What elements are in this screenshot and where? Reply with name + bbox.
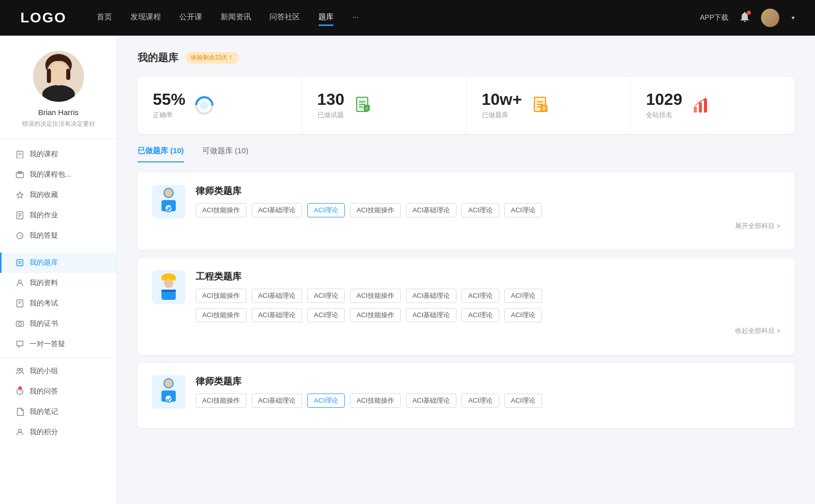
svg-point-63 — [164, 279, 173, 288]
main-content: 我的题库 体验剩余23天！ 55% 正确率 — [117, 36, 815, 504]
tag-lawyer-1-6[interactable]: ACI理论 — [504, 203, 542, 217]
sidebar-label-tutor: 一对一答疑 — [30, 340, 65, 349]
expand-link-lawyer-1[interactable]: 展开全部科目 > — [196, 221, 780, 231]
sidebar-item-qa[interactable]: ? 我的问答 — [0, 381, 117, 402]
stat-accuracy-icon — [194, 95, 215, 116]
tag-lawyer-1-5[interactable]: ACI理论 — [461, 203, 499, 217]
sidebar-label-exam: 我的考试 — [30, 299, 58, 308]
nav-link-qa[interactable]: 问答社区 — [269, 12, 300, 24]
sidebar-profile: Brian Harris 错误的决定比没有决定要好 — [0, 51, 117, 139]
nav-link-home[interactable]: 首页 — [97, 12, 112, 24]
app-download-button[interactable]: APP下载 — [700, 13, 728, 22]
tag-lawyer-1-0[interactable]: ACI技能操作 — [196, 203, 247, 217]
tab-done-banks[interactable]: 已做题库 (10) — [138, 146, 184, 162]
sidebar-label-favorites: 我的收藏 — [30, 190, 58, 200]
bank-card-lawyer-2: 律师类题库 ACI技能操作 ACI基础理论 ACI理论 ACI技能操作 ACI基… — [138, 363, 795, 428]
nav-link-questions[interactable]: 题库 — [318, 12, 334, 24]
sidebar-item-notes[interactable]: 我的笔记 — [0, 402, 117, 422]
course-pack-icon — [15, 170, 24, 179]
nav-links: 首页 发现课程 公开课 新闻资讯 问答社区 题库 ··· — [97, 12, 700, 24]
stat-ranking-value: 1029 — [646, 91, 682, 107]
tag-lawyer-1-4[interactable]: ACI基础理论 — [406, 203, 457, 217]
sidebar-item-question-bank[interactable]: 我的题库 — [0, 253, 117, 273]
tag-eng-1-0[interactable]: ACI技能操作 — [196, 289, 247, 303]
avatar-dropdown-arrow[interactable]: ▾ — [792, 14, 795, 21]
tags-row-lawyer-1: ACI技能操作 ACI基础理论 ACI理论 ACI技能操作 ACI基础理论 AC… — [196, 203, 780, 217]
nav-link-more[interactable]: ··· — [352, 12, 359, 24]
stat-done-tests: 130 已做试题 ✓ — [302, 77, 467, 134]
nav-link-open[interactable]: 公开课 — [179, 12, 202, 24]
stat-accuracy-value: 55% — [153, 91, 185, 107]
tag-lawyer-1-1[interactable]: ACI基础理论 — [252, 203, 303, 217]
tag-eng-1-1[interactable]: ACI基础理论 — [252, 289, 303, 303]
stat-ranking: 1029 全站排名 — [631, 77, 795, 134]
tag-eng-1-5[interactable]: ACI理论 — [461, 289, 499, 303]
collapse-link-engineer[interactable]: 收起全部科目 > — [196, 326, 780, 335]
user-avatar[interactable] — [761, 9, 779, 27]
tab-available-banks[interactable]: 可做题库 (10) — [202, 146, 249, 162]
tag-lawyer-2-2[interactable]: ACI理论 — [307, 394, 345, 408]
top-navigation: LOGO 首页 发现课程 公开课 新闻资讯 问答社区 题库 ··· APP下载 … — [0, 0, 815, 36]
notification-dot — [747, 11, 751, 15]
sidebar-item-certificate[interactable]: 我的证书 — [0, 314, 117, 334]
tag-eng-2-3[interactable]: ACI技能操作 — [350, 308, 401, 322]
stats-row: 55% 正确率 130 已做试题 — [138, 77, 795, 134]
sidebar-item-exam[interactable]: 我的考试 — [0, 293, 117, 314]
tabs-row: 已做题库 (10) 可做题库 (10) — [138, 146, 795, 162]
sidebar-item-points[interactable]: 我的积分 — [0, 422, 117, 442]
sidebar-item-courses[interactable]: 我的课程 — [0, 144, 117, 164]
svg-point-68 — [165, 379, 173, 387]
tag-lawyer-2-1[interactable]: ACI基础理论 — [252, 394, 303, 408]
lawyer-figure-icon-2 — [155, 377, 182, 407]
sidebar-item-favorites[interactable]: 我的收藏 — [0, 185, 117, 205]
engineer-figure-icon — [155, 272, 182, 302]
svg-point-33 — [18, 429, 21, 432]
stat-done-tests-label: 已做试题 — [317, 110, 344, 120]
tag-lawyer-2-3[interactable]: ACI技能操作 — [350, 394, 401, 408]
svg-rect-6 — [47, 69, 51, 83]
svg-marker-13 — [17, 192, 23, 198]
svg-point-29 — [17, 369, 20, 371]
tag-lawyer-2-5[interactable]: ACI理论 — [461, 394, 499, 408]
tag-eng-2-2[interactable]: ACI理论 — [307, 308, 345, 322]
sidebar-item-profile[interactable]: 我的资料 — [0, 273, 117, 293]
tutor-icon — [15, 340, 24, 349]
tag-eng-2-1[interactable]: ACI基础理论 — [252, 308, 303, 322]
group-icon — [15, 367, 24, 376]
tag-lawyer-1-2[interactable]: ACI理论 — [307, 203, 345, 217]
sidebar-item-group[interactable]: 我的小组 — [0, 361, 117, 381]
pie-chart-icon — [194, 95, 215, 116]
tag-eng-2-5[interactable]: ACI理论 — [461, 308, 499, 322]
tag-eng-1-4[interactable]: ACI基础理论 — [406, 289, 457, 303]
lawyer-figure-icon — [155, 187, 182, 216]
tag-eng-2-4[interactable]: ACI基础理论 — [406, 308, 457, 322]
tag-lawyer-2-6[interactable]: ACI理论 — [504, 394, 542, 408]
page-body: Brian Harris 错误的决定比没有决定要好 我的课程 我的课程包... — [0, 36, 815, 504]
tag-eng-2-0[interactable]: ACI技能操作 — [196, 308, 247, 322]
sidebar-item-homework[interactable]: 我的作业 — [0, 205, 117, 226]
bank-name-lawyer-2: 律师类题库 — [196, 375, 780, 387]
svg-rect-54 — [699, 102, 702, 113]
tag-eng-2-6[interactable]: ACI理论 — [504, 308, 542, 322]
stat-done-banks-label: 已做题库 — [482, 110, 522, 120]
profile-motto: 错误的决定比没有决定要好 — [22, 120, 95, 128]
trial-badge: 体验剩余23天！ — [185, 52, 239, 64]
tag-lawyer-2-0[interactable]: ACI技能操作 — [196, 394, 247, 408]
page-header: 我的题库 体验剩余23天！ — [138, 51, 795, 65]
tag-lawyer-2-4[interactable]: ACI基础理论 — [406, 394, 457, 408]
sidebar-item-course-pack[interactable]: 我的课程包... — [0, 164, 117, 185]
notification-bell[interactable] — [739, 11, 751, 25]
document-orange-icon — [531, 96, 551, 115]
sidebar-item-tutor[interactable]: 一对一答疑 — [0, 334, 117, 354]
svg-point-23 — [18, 280, 21, 283]
tag-eng-1-2[interactable]: ACI理论 — [307, 289, 345, 303]
nav-link-news[interactable]: 新闻资讯 — [221, 12, 251, 24]
sidebar-label-notes: 我的笔记 — [30, 407, 58, 416]
sidebar-label-question-bank: 我的题库 — [30, 258, 58, 267]
sidebar-item-my-questions[interactable]: ? 我的答疑 — [0, 226, 117, 246]
nav-link-discover[interactable]: 发现课程 — [130, 12, 161, 24]
tag-eng-1-3[interactable]: ACI技能操作 — [350, 289, 401, 303]
tag-eng-1-6[interactable]: ACI理论 — [504, 289, 542, 303]
tag-lawyer-1-3[interactable]: ACI技能操作 — [350, 203, 401, 217]
svg-rect-7 — [66, 69, 70, 80]
